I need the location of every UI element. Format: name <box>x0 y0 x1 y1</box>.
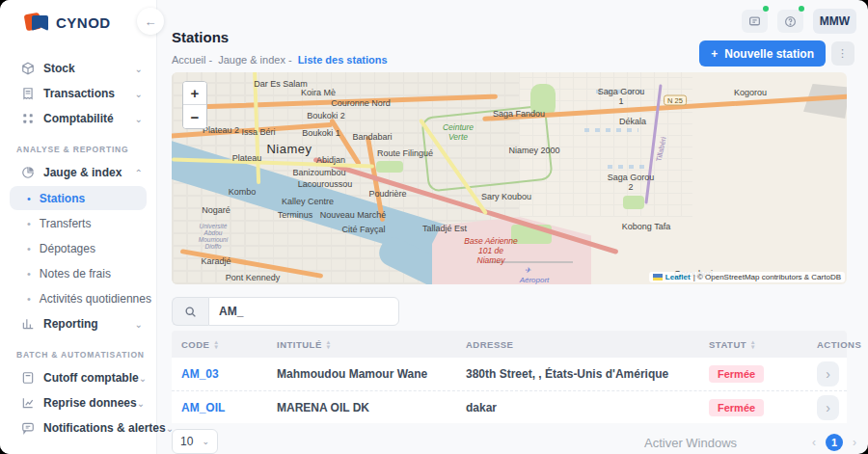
grid-dots-icon <box>21 112 35 125</box>
bullet-icon: • <box>27 218 31 229</box>
column-header-code[interactable]: CODE▴▾ <box>172 339 267 350</box>
sidebar-item-cutoff-comptable[interactable]: Cutoff comptable⌄ <box>0 365 156 390</box>
column-header-label: STATUT <box>709 339 746 350</box>
sidebar-item-jauge-index[interactable]: Jauge & index⌃ <box>0 160 156 185</box>
chevron-down-icon: ⌄ <box>202 437 209 446</box>
sidebar-subitem-label: Dépotages <box>40 242 95 255</box>
station-intitule: MARENA OIL DK <box>267 401 456 414</box>
search-input[interactable] <box>208 297 399 326</box>
app-window: CYNOD Stock⌄Transactions⌄Comptabilité⌄AN… <box>0 0 868 454</box>
message-lines-icon <box>21 421 35 435</box>
sidebar-collapse-button[interactable]: ← <box>137 8 164 35</box>
cube-icon <box>21 62 35 75</box>
sort-icon[interactable]: ▴▾ <box>214 339 218 349</box>
new-station-button[interactable]: + Nouvelle station <box>699 40 826 67</box>
sidebar-item-stock[interactable]: Stock⌄ <box>0 56 156 81</box>
map-runway <box>490 261 573 263</box>
sort-icon[interactable]: ▴▾ <box>327 339 331 349</box>
page-number-active[interactable]: 1 <box>826 434 843 451</box>
sidebar-subitem-label: Notes de frais <box>40 267 111 280</box>
sidebar-item-notifications-alertes[interactable]: Notifications & alertes⌄ <box>0 415 156 441</box>
station-intitule: Mahmoudou Mamour Wane <box>267 367 456 381</box>
sidebar-item-label: Transactions <box>43 87 135 100</box>
sidebar-item-reprise-donnees[interactable]: Reprise donnees⌄ <box>0 390 156 415</box>
breadcrumb-item[interactable]: Liste des stations <box>298 54 388 66</box>
station-code-link[interactable]: AM_OIL <box>172 401 267 414</box>
column-header-intitulé[interactable]: INTITULÉ▴▾ <box>267 339 456 350</box>
bullet-icon: • <box>27 268 31 280</box>
sidebar-subitem-notes-de-frais[interactable]: •Notes de frais <box>10 261 147 285</box>
next-page-button[interactable]: › <box>853 436 856 449</box>
sort-down-icon: ▾ <box>751 344 755 349</box>
kebab-menu-button[interactable]: ⋮ <box>831 41 854 66</box>
chevron-down-icon: ⌄ <box>135 89 143 99</box>
sidebar-item-label: Jauge & index <box>43 166 135 179</box>
sidebar-subitem-label: Transferts <box>40 217 92 230</box>
column-header-label: ACTIONS <box>817 339 861 350</box>
column-header-label: CODE <box>181 339 209 350</box>
app-logo[interactable]: CYNOD <box>0 0 156 42</box>
station-statut-cell: Fermée <box>699 365 807 383</box>
map-label: Kobong Tafa <box>622 222 670 231</box>
chevron-down-icon: ⌄ <box>139 373 147 384</box>
sidebar-nav: Stock⌄Transactions⌄Comptabilité⌄ANALYSE … <box>0 42 156 454</box>
breadcrumb-item[interactable]: Jauge & index - <box>218 54 291 66</box>
sidebar-subitem-stations[interactable]: •Stations <box>10 186 147 210</box>
station-adresse: 380th Street, , États-Unis d'Amérique <box>456 367 699 381</box>
leaflet-link[interactable]: Leaflet <box>665 273 691 281</box>
sidebar-item-label: Stock <box>43 62 135 75</box>
logo-icon <box>25 12 50 33</box>
table-row: AM_03Mahmoudou Mamour Wane380th Street, … <box>172 358 847 390</box>
sidebar-item-label: Reprise donnees <box>43 396 137 410</box>
chevron-down-icon: ⌄ <box>135 319 143 330</box>
sidebar-section-label: ANALYSE & REPORTING <box>0 131 156 160</box>
row-detail-button[interactable]: › <box>817 395 839 420</box>
sidebar-subitem-transferts[interactable]: •Transferts <box>10 211 147 235</box>
sidebar-item-label: Notifications & alertes <box>43 421 166 435</box>
page-size-select[interactable]: 10 ⌄ <box>172 429 218 454</box>
calculator-icon <box>21 371 35 385</box>
sidebar-item-transactions[interactable]: Transactions⌄ <box>0 81 156 106</box>
column-header-actions: ACTIONS <box>807 339 868 350</box>
sidebar-item-label: Comptabilité <box>43 112 135 125</box>
sidebar-item-comptabilit-[interactable]: Comptabilité⌄ <box>0 106 156 131</box>
bar-chart-icon <box>21 317 35 331</box>
row-detail-button[interactable]: › <box>817 361 839 387</box>
user-avatar[interactable]: MMW <box>813 9 856 34</box>
sidebar-subitem-activit-s-quotidiennes[interactable]: •Activités quotidiennes <box>10 286 147 310</box>
map-label: Kogorou <box>734 88 767 97</box>
station-search <box>172 297 399 326</box>
zoom-out-button[interactable]: − <box>183 105 206 128</box>
chevron-down-icon: ⌄ <box>135 64 143 74</box>
sidebar-subitem-label: Stations <box>40 192 85 205</box>
station-actions-cell: › <box>807 395 847 420</box>
prev-page-button[interactable]: ‹ <box>812 436 816 449</box>
help-icon[interactable] <box>777 10 803 33</box>
column-header-label: ADRESSE <box>466 339 513 350</box>
sidebar-subitem-d-potages[interactable]: •Dépotages <box>10 236 147 260</box>
notification-dot <box>799 6 804 12</box>
station-code-link[interactable]: AM_03 <box>172 367 267 381</box>
column-header-statut[interactable]: STATUT▴▾ <box>699 339 807 350</box>
map[interactable]: Dar Es SalamKoira MèCouronne NordBoukoki… <box>172 72 847 284</box>
sort-down-icon: ▾ <box>214 344 218 349</box>
breadcrumb-item[interactable]: Accueil - <box>172 54 212 66</box>
status-badge: Fermée <box>709 365 764 383</box>
status-badge: Fermée <box>709 399 764 416</box>
pie-chart-icon <box>21 166 35 179</box>
flag-icon <box>653 274 663 280</box>
sidebar: CYNOD Stock⌄Transactions⌄Comptabilité⌄AN… <box>0 0 157 454</box>
pagination: ‹ 1 › <box>812 434 856 451</box>
sidebar-item-reporting[interactable]: Reporting⌄ <box>0 311 156 336</box>
table-body: AM_03Mahmoudou Mamour Wane380th Street, … <box>172 358 847 423</box>
sort-icon[interactable]: ▴▾ <box>751 339 755 349</box>
station-actions-cell: › <box>807 361 847 387</box>
logo-text: CYNOD <box>56 14 111 31</box>
sidebar-section-label: BATCH & AUTOMATISATION <box>0 336 156 365</box>
chevron-up-icon: ⌃ <box>135 168 143 178</box>
messages-icon[interactable] <box>742 10 768 33</box>
sidebar-subitem-label: Activités quotidiennes <box>40 292 151 306</box>
table-row: AM_OILMARENA OIL DKdakarFermée› <box>172 390 847 423</box>
notification-dot <box>763 6 769 12</box>
zoom-in-button[interactable]: + <box>183 82 206 105</box>
